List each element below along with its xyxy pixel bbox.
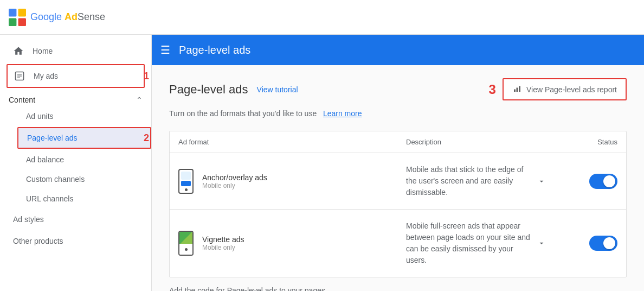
page-level-ads-row: Page-level ads 2	[0, 127, 151, 149]
svg-rect-8	[514, 90, 516, 92]
other-products-label: Other products	[13, 237, 63, 245]
svg-rect-0	[9, 9, 16, 16]
vignette-ads-toggle[interactable]	[589, 236, 617, 251]
subtitle-text: Turn on the ad formats that you'd like t…	[169, 109, 317, 118]
sidebar-item-page-level-ads[interactable]: Page-level ads	[18, 128, 150, 148]
url-channels-label: URL channels	[26, 194, 73, 203]
table-header: Ad format Description Status	[170, 131, 626, 153]
logo-text: Google AdSense	[30, 11, 105, 23]
sidebar-item-other-products[interactable]: Other products	[0, 230, 151, 252]
content-area: ☰ Page-level ads Page-level ads View tut…	[152, 35, 644, 291]
step-1-label: 1	[144, 71, 149, 82]
vignette-ads-toggle-cell	[552, 236, 617, 251]
blue-bar-title: Page-level ads	[179, 44, 250, 56]
col-format-header: Ad format	[178, 138, 406, 146]
content-section: Content ⌃	[0, 89, 151, 106]
sidebar-item-custom-channels[interactable]: Custom channels	[0, 169, 151, 189]
add-code-label: Add the code for Page-level ads to your …	[169, 286, 325, 291]
vignette-ads-format-cell: Vignette ads Mobile only	[178, 231, 406, 256]
sidebar: Home My ads 1 Content ⌃ Ad units	[0, 35, 152, 291]
col-desc-header: Description	[406, 138, 552, 146]
sidebar-item-ad-styles[interactable]: Ad styles	[0, 208, 151, 230]
page-title-left: Page-level ads View tutorial	[169, 83, 298, 97]
page-title: Page-level ads	[169, 83, 248, 97]
svg-rect-3	[18, 18, 26, 26]
sidebar-item-ad-units[interactable]: Ad units	[0, 106, 151, 126]
my-ads-icon	[14, 71, 25, 81]
svg-rect-9	[516, 88, 518, 92]
bar-chart-icon	[512, 84, 522, 95]
sidebar-item-home[interactable]: Home	[0, 39, 151, 63]
anchor-ads-name: Anchor/overlay ads	[202, 173, 267, 182]
top-header: Google AdSense	[0, 0, 644, 35]
report-btn-wrapper: 3 View Page-level ads report	[489, 78, 627, 100]
anchor-ad-icon	[178, 169, 194, 194]
content-label: Content	[9, 96, 35, 104]
view-report-button[interactable]: View Page-level ads report	[503, 78, 627, 100]
anchor-ads-chevron[interactable]	[531, 177, 552, 186]
anchor-ads-sub: Mobile only	[202, 182, 267, 189]
svg-rect-1	[18, 9, 26, 16]
home-icon	[13, 46, 24, 56]
ad-units-label: Ad units	[26, 112, 54, 121]
table-row: Vignette ads Mobile only Mobile full-scr…	[170, 210, 626, 277]
vignette-ads-chevron[interactable]	[531, 239, 552, 248]
svg-rect-10	[519, 86, 520, 92]
chevron-up-icon: ⌃	[136, 96, 143, 104]
custom-channels-label: Custom channels	[26, 175, 85, 184]
my-ads-box: My ads	[7, 64, 145, 88]
ad-table: Ad format Description Status A	[169, 131, 627, 277]
ad-styles-label: Ad styles	[13, 215, 44, 224]
step-3-label: 3	[489, 82, 496, 97]
learn-more-link[interactable]: Learn more	[323, 109, 362, 118]
logo-area: Google AdSense	[9, 9, 160, 26]
my-ads-row: My ads 1	[0, 64, 151, 88]
sidebar-my-ads-label: My ads	[34, 72, 58, 80]
anchor-ads-desc: Mobile ads that stick to the edge of the…	[406, 164, 531, 198]
sidebar-item-my-ads[interactable]: My ads	[8, 65, 144, 87]
svg-rect-2	[9, 18, 16, 26]
step-2-label: 2	[144, 132, 149, 144]
google-adsense-logo	[9, 9, 26, 26]
sidebar-home-label: Home	[33, 47, 53, 55]
vignette-ads-sub: Mobile only	[202, 244, 244, 251]
anchor-ads-info: Anchor/overlay ads Mobile only	[202, 173, 267, 189]
sidebar-item-ad-balance[interactable]: Ad balance	[0, 150, 151, 169]
vignette-ads-name: Vignette ads	[202, 235, 244, 244]
anchor-ads-format-cell: Anchor/overlay ads Mobile only	[178, 169, 406, 194]
anchor-ads-toggle-cell	[552, 174, 617, 189]
col-status-header: Status	[552, 138, 617, 146]
vignette-ads-info: Vignette ads Mobile only	[202, 235, 244, 251]
report-btn-label: View Page-level ads report	[526, 85, 617, 94]
page-level-ads-label: Page-level ads	[27, 134, 78, 142]
vignette-ads-desc: Mobile full-screen ads that appear betwe…	[406, 220, 531, 266]
main-layout: Home My ads 1 Content ⌃ Ad units	[0, 35, 644, 291]
add-code-footer: Add the code for Page-level ads to your …	[169, 286, 627, 291]
subtitle-row: Turn on the ad formats that you'd like t…	[169, 109, 627, 118]
content-inner: Page-level ads View tutorial 3 View Page…	[152, 65, 644, 291]
page-level-ads-box: Page-level ads	[17, 127, 151, 149]
table-row: Anchor/overlay ads Mobile only Mobile ad…	[170, 153, 626, 210]
vignette-ad-icon	[178, 231, 194, 256]
anchor-ads-toggle[interactable]	[589, 174, 617, 189]
ad-balance-label: Ad balance	[26, 155, 64, 164]
sidebar-item-url-channels[interactable]: URL channels	[0, 189, 151, 208]
view-tutorial-link[interactable]: View tutorial	[257, 85, 298, 94]
page-title-row: Page-level ads View tutorial 3 View Page…	[169, 78, 627, 100]
blue-bar: ☰ Page-level ads	[152, 35, 644, 65]
hamburger-icon[interactable]: ☰	[160, 43, 170, 56]
